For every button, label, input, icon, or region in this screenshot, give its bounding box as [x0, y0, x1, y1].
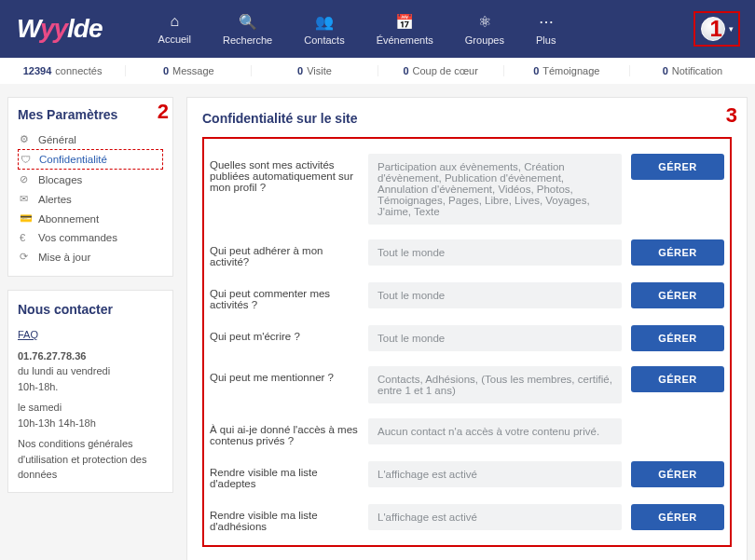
faq-link[interactable]: FAQ	[18, 329, 38, 340]
sidebar-item-label: Blocages	[38, 174, 82, 185]
sidebar-item-alerts[interactable]: ✉Alertes	[18, 189, 163, 209]
setting-value: L'affichage est activé	[368, 461, 622, 487]
shield-icon: 🛡	[21, 154, 34, 165]
nav-contacts[interactable]: 👥 Contacts	[304, 13, 344, 46]
nav-label: Accueil	[158, 34, 191, 45]
contacts-icon: 👥	[315, 13, 334, 31]
page-title: Confidentialité sur le site	[202, 111, 732, 126]
stat-connected[interactable]: 12394connectés	[0, 65, 126, 76]
nav-label: Groupes	[465, 34, 504, 46]
setting-question: Rendre visible ma liste d'adhésions	[210, 504, 359, 532]
setting-question: Qui peut adhérer à mon activité?	[210, 239, 359, 267]
logo-part3: lde	[67, 14, 102, 43]
mail-icon: ✉	[20, 193, 33, 205]
manage-button[interactable]: GÉRER	[631, 325, 724, 351]
contact-phone: 01.76.27.78.36	[18, 348, 163, 364]
nav-label: Événements	[377, 34, 433, 46]
setting-value: Tout le monde	[368, 282, 622, 308]
stat-notifications[interactable]: 0Notification	[630, 65, 755, 76]
nav-label: Contacts	[304, 34, 344, 46]
logo-part1: W	[17, 14, 40, 43]
card-icon: 💳	[20, 212, 33, 225]
sidebar-item-label: Confidentialité	[39, 154, 107, 165]
stat-messages[interactable]: 0Message	[126, 65, 252, 76]
setting-question: À qui ai-je donné l'accès à mes contenus…	[210, 418, 359, 446]
privacy-row-private-access: À qui ai-je donné l'accès à mes contenus…	[210, 411, 724, 454]
contact-week: du lundi au vendredi	[18, 363, 163, 379]
nav-more[interactable]: ⋯ Plus	[536, 13, 556, 46]
contact-title: Nous contacter	[18, 300, 163, 320]
calendar-icon: 📅	[395, 13, 414, 31]
more-icon: ⋯	[539, 13, 554, 31]
privacy-row-mention: Qui peut me mentionner ? Contacts, Adhés…	[210, 359, 724, 411]
sidebar-item-label: Vos commandes	[38, 232, 117, 243]
sidebar-item-label: Alertes	[38, 194, 72, 205]
nav-search[interactable]: 🔍 Recherche	[223, 13, 272, 46]
manage-button[interactable]: GÉRER	[631, 282, 724, 308]
setting-value: Tout le monde	[368, 325, 622, 351]
sidebar-item-update[interactable]: ⟳Mise à jour	[18, 247, 163, 266]
user-menu[interactable]: 1 ▾	[693, 11, 740, 47]
chevron-down-icon: ▾	[729, 24, 734, 34]
setting-question: Rendre visible ma liste d'adeptes	[210, 461, 359, 489]
stat-testimonials[interactable]: 0Témoignage	[504, 65, 630, 76]
sidebar-item-subscription[interactable]: 💳Abonnement	[18, 209, 163, 228]
manage-button[interactable]: GÉRER	[631, 239, 724, 266]
euro-icon: €	[20, 232, 33, 243]
sidebar-item-label: Abonnement	[38, 213, 99, 225]
nav-home[interactable]: ⌂ Accueil	[158, 13, 191, 46]
logo[interactable]: Wyylde	[17, 14, 103, 44]
annotation-marker-3: 3	[726, 103, 737, 128]
contact-panel: Nous contacter FAQ 01.76.27.78.36 du lun…	[7, 290, 173, 493]
settings-list: ⚙Général 🛡Confidentialité ⊘Blocages ✉Ale…	[18, 130, 163, 266]
sidebar-item-label: Mise à jour	[38, 252, 90, 263]
contact-sat-hours: 10h-13h 14h-18h	[18, 416, 163, 431]
sidebar: 2 Mes Paramètres ⚙Général 🛡Confidentiali…	[7, 97, 173, 560]
setting-question: Qui peut commenter mes activités ?	[210, 282, 359, 310]
contact-sat: le samedi	[18, 400, 163, 416]
manage-button[interactable]: GÉRER	[631, 504, 724, 530]
nav-events[interactable]: 📅 Événements	[377, 13, 433, 46]
block-icon: ⊘	[20, 173, 33, 185]
privacy-row-write: Qui peut m'écrire ? Tout le monde GÉRER	[210, 318, 724, 359]
sidebar-item-orders[interactable]: €Vos commandes	[18, 228, 163, 247]
refresh-icon: ⟳	[20, 251, 33, 263]
nav-items: ⌂ Accueil 🔍 Recherche 👥 Contacts 📅 Événe…	[158, 13, 556, 46]
search-icon: 🔍	[239, 13, 257, 31]
settings-panel: 2 Mes Paramètres ⚙Général 🛡Confidentiali…	[7, 97, 173, 277]
manage-button[interactable]: GÉRER	[631, 366, 724, 392]
settings-title: Mes Paramètres	[18, 107, 163, 122]
annotation-marker-2: 2	[158, 100, 169, 124]
privacy-row-adhere: Qui peut adhérer à mon activité? Tout le…	[210, 232, 724, 275]
stat-likes[interactable]: 0Coup de cœur	[378, 65, 504, 76]
setting-value: L'affichage est activé	[368, 504, 622, 530]
setting-question: Quelles sont mes activités publiées auto…	[210, 154, 359, 193]
top-navbar: Wyylde ⌂ Accueil 🔍 Recherche 👥 Contacts …	[0, 0, 755, 58]
privacy-row-comment: Qui peut commenter mes activités ? Tout …	[210, 275, 724, 318]
nav-label: Recherche	[223, 34, 272, 46]
setting-value: Participation aux évènements, Création d…	[368, 154, 622, 225]
gear-icon: ⚙	[20, 133, 33, 145]
nav-label: Plus	[536, 34, 556, 46]
manage-button[interactable]: GÉRER	[631, 461, 724, 487]
setting-question: Qui peut me mentionner ?	[210, 366, 359, 383]
setting-value: Contacts, Adhésions, (Tous les membres, …	[368, 366, 622, 403]
sidebar-item-blocks[interactable]: ⊘Blocages	[18, 170, 163, 189]
setting-value: Tout le monde	[368, 239, 622, 266]
setting-question: Qui peut m'écrire ?	[210, 325, 359, 342]
atom-icon: ⚛	[478, 13, 491, 31]
contact-terms[interactable]: Nos conditions générales d'utilisation e…	[18, 436, 163, 483]
nav-groups[interactable]: ⚛ Groupes	[465, 13, 504, 46]
sidebar-item-general[interactable]: ⚙Général	[18, 130, 163, 149]
setting-value: Aucun contact n'a accès à votre contenu …	[368, 418, 622, 444]
manage-button[interactable]: GÉRER	[631, 154, 724, 180]
home-icon: ⌂	[170, 13, 179, 30]
sidebar-item-label: Général	[38, 134, 76, 145]
contact-week-hours: 10h-18h.	[18, 379, 163, 395]
privacy-row-memberships: Rendre visible ma liste d'adhésions L'af…	[210, 497, 724, 540]
privacy-row-activities: Quelles sont mes activités publiées auto…	[210, 146, 724, 232]
annotation-marker-1: 1	[709, 16, 721, 42]
content-wrap: 2 Mes Paramètres ⚙Général 🛡Confidentiali…	[0, 84, 755, 560]
stat-visits[interactable]: 0Visite	[252, 65, 378, 76]
sidebar-item-privacy[interactable]: 🛡Confidentialité	[18, 149, 163, 170]
